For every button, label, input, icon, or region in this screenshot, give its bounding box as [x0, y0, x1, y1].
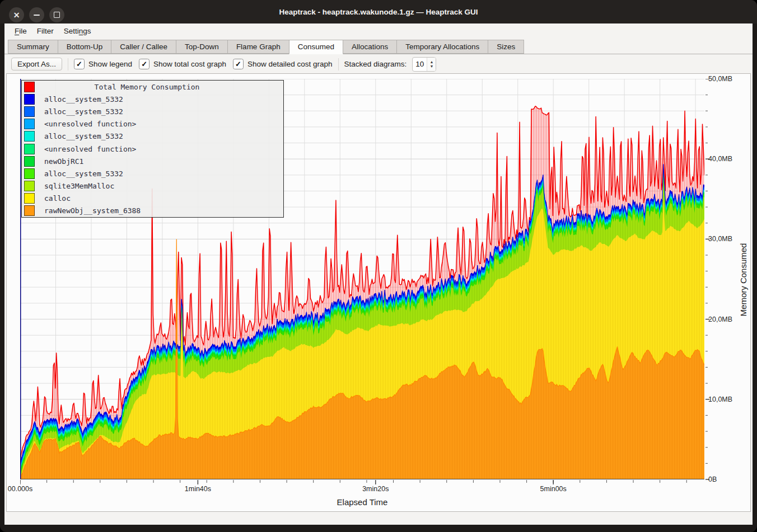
legend-row: alloc__system_5332 [22, 130, 283, 143]
y-axis-tick-label: 50,0MB [708, 74, 747, 84]
spinbox-value: 10 [413, 58, 427, 71]
tab-consumed[interactable]: Consumed [289, 40, 343, 54]
legend-swatch [24, 156, 35, 167]
export-as-button[interactable]: Export As... [11, 58, 62, 70]
y-axis-title: Memory Consumed [739, 218, 750, 341]
legend-row: rawNewObj__system_6388 [22, 205, 283, 217]
legend-label: <unresolved function> [44, 120, 136, 128]
legend-swatch [24, 205, 35, 216]
stacked-diagrams-label: Stacked diagrams: [344, 60, 407, 68]
legend-row: alloc__system_5332 [22, 105, 283, 117]
legend-label: rawNewObj__system_6388 [44, 206, 141, 215]
legend-swatch [24, 82, 35, 92]
spin-up-icon[interactable]: ▲ [429, 60, 433, 64]
menu-file[interactable]: File [10, 26, 32, 36]
close-icon: ✕ [13, 11, 20, 19]
checkbox-box[interactable]: ✓ [139, 59, 149, 69]
legend-swatch [24, 106, 35, 117]
toolbar-separator [338, 58, 339, 70]
window-content: FileFilterSettings SummaryBottom-UpCalle… [4, 23, 753, 525]
stacked-diagrams-spinbox[interactable]: 10 ▲ ▼ [412, 57, 436, 72]
menu-settings[interactable]: Settings [59, 26, 96, 36]
heaptrack-window: ✕ Heaptrack - heaptrack.wakunode.1.gz — … [0, 0, 757, 532]
legend-label: alloc__system_5332 [44, 107, 123, 116]
legend-swatch [24, 193, 35, 204]
legend-swatch [24, 94, 35, 105]
legend-swatch [24, 119, 35, 129]
y-axis-tick-label: 10,0MB [708, 395, 747, 404]
x-axis-tick-label: 5min00s [528, 484, 578, 494]
maximize-icon [54, 12, 60, 18]
minimize-button[interactable] [29, 7, 44, 22]
tab-caller-callee[interactable]: Caller / Callee [111, 40, 176, 54]
x-axis-tick-label: 3min20s [351, 484, 401, 494]
titlebar: ✕ Heaptrack - heaptrack.wakunode.1.gz — … [0, 0, 757, 23]
x-axis-tick-label: 1min40s [172, 484, 223, 494]
legend-row: alloc__system_5332 [22, 167, 283, 180]
menubar: FileFilterSettings [4, 23, 753, 38]
tab-sizes[interactable]: Sizes [488, 40, 524, 54]
legend-swatch [24, 131, 35, 142]
y-axis-tick-label: 0B [708, 475, 747, 484]
x-axis-tick-label: 00.000s [6, 484, 45, 494]
checkbox-show-detailed-cost-graph[interactable]: ✓Show detailed cost graph [233, 59, 333, 69]
checkbox-show-legend[interactable]: ✓Show legend [74, 59, 132, 69]
legend-swatch [24, 168, 35, 179]
tab-bottom-up[interactable]: Bottom-Up [58, 40, 112, 54]
legend-label: calloc [44, 194, 71, 203]
toolbar: Export As... ✓Show legend✓Show total cos… [4, 54, 753, 74]
checkbox-group: ✓Show legend✓Show total cost graph✓Show … [74, 59, 333, 69]
checkbox-box[interactable]: ✓ [74, 59, 85, 69]
tab-summary[interactable]: Summary [8, 40, 58, 54]
checkbox-label: Show legend [88, 60, 132, 68]
checkbox-box[interactable]: ✓ [233, 59, 244, 69]
maximize-button[interactable] [49, 7, 64, 22]
legend-row: <unresolved function> [22, 143, 283, 155]
legend-label: sqlite3MemMalloc [44, 182, 114, 190]
spin-down-icon[interactable]: ▼ [429, 65, 433, 68]
legend-row: calloc [22, 192, 283, 205]
window-title: Heaptrack - heaptrack.wakunode.1.gz — He… [67, 0, 690, 23]
spinbox-buttons[interactable]: ▲ ▼ [427, 58, 436, 71]
legend-row: sqlite3MemMalloc [22, 180, 283, 192]
tab-top-down[interactable]: Top-Down [176, 40, 228, 54]
legend-swatch [24, 181, 35, 191]
legend-title-row: Total Memory Consumption [22, 81, 283, 93]
checkbox-label: Show total cost graph [153, 60, 226, 68]
legend-swatch [24, 144, 35, 154]
legend-row: alloc__system_5332 [22, 93, 283, 105]
legend-label: Total Memory Consumption [44, 83, 283, 91]
checkbox-show-total-cost-graph[interactable]: ✓Show total cost graph [139, 59, 226, 69]
toolbar-separator [68, 58, 68, 70]
tab-temporary-allocations[interactable]: Temporary Allocations [396, 40, 488, 54]
close-button[interactable]: ✕ [9, 7, 24, 22]
tab-flame-graph[interactable]: Flame Graph [227, 40, 289, 54]
legend-label: alloc__system_5332 [44, 170, 123, 178]
menu-filter[interactable]: Filter [32, 26, 59, 36]
legend-label: alloc__system_5332 [44, 95, 123, 103]
legend-label: alloc__system_5332 [44, 132, 123, 140]
y-axis-tick-label: 40,0MB [708, 154, 747, 164]
x-axis-title: Elapsed Time [20, 497, 704, 507]
legend-row: <unresolved function> [22, 118, 283, 130]
legend-row: newObjRC1 [22, 155, 283, 167]
legend-label: <unresolved function> [44, 145, 136, 153]
tabbar: SummaryBottom-UpCaller / CalleeTop-DownF… [4, 38, 753, 54]
checkbox-label: Show detailed cost graph [247, 60, 333, 68]
minimize-icon [34, 15, 40, 16]
consumed-chart[interactable]: Total Memory Consumptionalloc__system_53… [6, 73, 751, 512]
window-controls: ✕ [9, 7, 64, 22]
chart-legend: Total Memory Consumptionalloc__system_53… [21, 80, 284, 218]
tab-allocations[interactable]: Allocations [343, 40, 397, 54]
legend-label: newObjRC1 [44, 157, 83, 166]
